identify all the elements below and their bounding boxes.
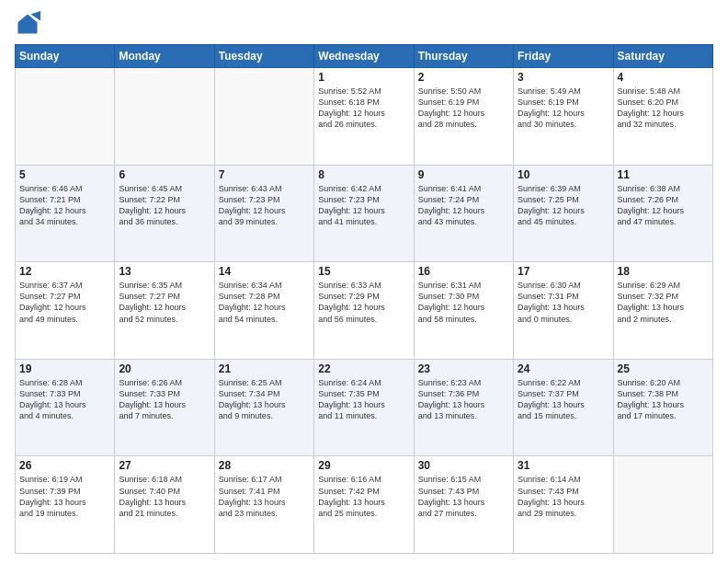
- day-number: 10: [518, 168, 609, 181]
- calendar-cell: 11Sunrise: 6:38 AM Sunset: 7:26 PM Dayli…: [613, 165, 712, 262]
- cell-content: Sunrise: 6:24 AM Sunset: 7:35 PM Dayligh…: [318, 377, 409, 422]
- calendar-cell: 6Sunrise: 6:45 AM Sunset: 7:22 PM Daylig…: [115, 165, 214, 262]
- calendar-cell: 17Sunrise: 6:30 AM Sunset: 7:31 PM Dayli…: [514, 262, 613, 360]
- cell-content: Sunrise: 6:39 AM Sunset: 7:25 PM Dayligh…: [518, 183, 609, 228]
- cell-content: Sunrise: 6:41 AM Sunset: 7:24 PM Dayligh…: [418, 183, 509, 228]
- calendar-header-monday: Monday: [115, 45, 214, 68]
- day-number: 1: [318, 71, 409, 84]
- day-number: 29: [318, 459, 409, 472]
- day-number: 30: [418, 459, 509, 472]
- calendar-cell: 1Sunrise: 5:52 AM Sunset: 6:18 PM Daylig…: [314, 68, 414, 166]
- calendar-cell: 20Sunrise: 6:26 AM Sunset: 7:33 PM Dayli…: [115, 359, 214, 456]
- cell-content: Sunrise: 6:25 AM Sunset: 7:34 PM Dayligh…: [219, 377, 310, 422]
- day-number: 7: [219, 168, 310, 181]
- calendar-cell: 29Sunrise: 6:16 AM Sunset: 7:42 PM Dayli…: [314, 456, 414, 554]
- calendar-header-friday: Friday: [514, 45, 613, 68]
- calendar-cell: 22Sunrise: 6:24 AM Sunset: 7:35 PM Dayli…: [314, 359, 414, 456]
- cell-content: Sunrise: 6:46 AM Sunset: 7:21 PM Dayligh…: [19, 183, 110, 228]
- cell-content: Sunrise: 6:33 AM Sunset: 7:29 PM Dayligh…: [318, 280, 409, 325]
- calendar-cell: 31Sunrise: 6:14 AM Sunset: 7:43 PM Dayli…: [514, 456, 613, 554]
- calendar-header-saturday: Saturday: [613, 45, 712, 68]
- cell-content: Sunrise: 6:20 AM Sunset: 7:38 PM Dayligh…: [618, 377, 709, 422]
- calendar-cell: 24Sunrise: 6:22 AM Sunset: 7:37 PM Dayli…: [514, 359, 613, 456]
- calendar-header-wednesday: Wednesday: [314, 45, 414, 68]
- day-number: 27: [119, 459, 210, 472]
- calendar-cell: 4Sunrise: 5:48 AM Sunset: 6:20 PM Daylig…: [613, 68, 712, 166]
- calendar-cell: [214, 68, 313, 166]
- calendar-week-row: 12Sunrise: 6:37 AM Sunset: 7:27 PM Dayli…: [16, 262, 713, 360]
- day-number: 21: [219, 362, 310, 375]
- calendar-cell: 7Sunrise: 6:43 AM Sunset: 7:23 PM Daylig…: [214, 165, 313, 262]
- calendar-cell: 18Sunrise: 6:29 AM Sunset: 7:32 PM Dayli…: [613, 262, 712, 360]
- cell-content: Sunrise: 6:26 AM Sunset: 7:33 PM Dayligh…: [119, 377, 210, 422]
- calendar-cell: 28Sunrise: 6:17 AM Sunset: 7:41 PM Dayli…: [214, 456, 313, 554]
- calendar-cell: [115, 68, 214, 166]
- day-number: 25: [618, 362, 709, 375]
- day-number: 22: [318, 362, 409, 375]
- logo-icon: [15, 11, 40, 37]
- day-number: 16: [418, 265, 509, 278]
- day-number: 12: [19, 265, 110, 278]
- calendar-cell: [613, 456, 712, 554]
- cell-content: Sunrise: 6:16 AM Sunset: 7:42 PM Dayligh…: [318, 474, 409, 519]
- calendar-cell: 23Sunrise: 6:23 AM Sunset: 7:36 PM Dayli…: [414, 359, 513, 456]
- cell-content: Sunrise: 6:22 AM Sunset: 7:37 PM Dayligh…: [518, 377, 609, 422]
- cell-content: Sunrise: 6:42 AM Sunset: 7:23 PM Dayligh…: [318, 183, 409, 228]
- day-number: 17: [518, 265, 609, 278]
- day-number: 9: [418, 168, 509, 181]
- cell-content: Sunrise: 6:37 AM Sunset: 7:27 PM Dayligh…: [19, 280, 110, 325]
- day-number: 14: [219, 265, 310, 278]
- calendar-header-row: SundayMondayTuesdayWednesdayThursdayFrid…: [16, 45, 713, 68]
- cell-content: Sunrise: 6:43 AM Sunset: 7:23 PM Dayligh…: [219, 183, 310, 228]
- calendar-header-sunday: Sunday: [16, 45, 115, 68]
- day-number: 11: [618, 168, 709, 181]
- page: SundayMondayTuesdayWednesdayThursdayFrid…: [0, 0, 728, 563]
- calendar-week-row: 5Sunrise: 6:46 AM Sunset: 7:21 PM Daylig…: [16, 165, 713, 262]
- day-number: 3: [518, 71, 609, 84]
- day-number: 31: [518, 459, 609, 472]
- cell-content: Sunrise: 6:23 AM Sunset: 7:36 PM Dayligh…: [418, 377, 509, 422]
- calendar-cell: 10Sunrise: 6:39 AM Sunset: 7:25 PM Dayli…: [514, 165, 613, 262]
- header: [15, 11, 713, 37]
- cell-content: Sunrise: 6:18 AM Sunset: 7:40 PM Dayligh…: [119, 474, 210, 519]
- calendar-cell: 12Sunrise: 6:37 AM Sunset: 7:27 PM Dayli…: [16, 262, 115, 360]
- calendar-cell: 13Sunrise: 6:35 AM Sunset: 7:27 PM Dayli…: [115, 262, 214, 360]
- calendar-cell: 5Sunrise: 6:46 AM Sunset: 7:21 PM Daylig…: [16, 165, 115, 262]
- calendar-cell: 14Sunrise: 6:34 AM Sunset: 7:28 PM Dayli…: [214, 262, 313, 360]
- day-number: 4: [618, 71, 709, 84]
- cell-content: Sunrise: 5:52 AM Sunset: 6:18 PM Dayligh…: [318, 86, 409, 131]
- calendar-cell: 19Sunrise: 6:28 AM Sunset: 7:33 PM Dayli…: [16, 359, 115, 456]
- day-number: 8: [318, 168, 409, 181]
- day-number: 24: [518, 362, 609, 375]
- cell-content: Sunrise: 5:50 AM Sunset: 6:19 PM Dayligh…: [418, 86, 509, 131]
- cell-content: Sunrise: 6:14 AM Sunset: 7:43 PM Dayligh…: [518, 474, 609, 519]
- calendar-cell: 2Sunrise: 5:50 AM Sunset: 6:19 PM Daylig…: [414, 68, 513, 166]
- calendar-header-thursday: Thursday: [414, 45, 513, 68]
- cell-content: Sunrise: 5:49 AM Sunset: 6:19 PM Dayligh…: [518, 86, 609, 131]
- cell-content: Sunrise: 6:31 AM Sunset: 7:30 PM Dayligh…: [418, 280, 509, 325]
- calendar-table: SundayMondayTuesdayWednesdayThursdayFrid…: [15, 44, 713, 554]
- cell-content: Sunrise: 5:48 AM Sunset: 6:20 PM Dayligh…: [618, 86, 709, 131]
- day-number: 2: [418, 71, 509, 84]
- calendar-cell: 8Sunrise: 6:42 AM Sunset: 7:23 PM Daylig…: [314, 165, 414, 262]
- calendar-cell: [16, 68, 115, 166]
- cell-content: Sunrise: 6:35 AM Sunset: 7:27 PM Dayligh…: [119, 280, 210, 325]
- calendar-cell: 27Sunrise: 6:18 AM Sunset: 7:40 PM Dayli…: [115, 456, 214, 554]
- day-number: 23: [418, 362, 509, 375]
- calendar-header-tuesday: Tuesday: [214, 45, 313, 68]
- calendar-cell: 3Sunrise: 5:49 AM Sunset: 6:19 PM Daylig…: [514, 68, 613, 166]
- cell-content: Sunrise: 6:45 AM Sunset: 7:22 PM Dayligh…: [119, 183, 210, 228]
- day-number: 13: [119, 265, 210, 278]
- cell-content: Sunrise: 6:38 AM Sunset: 7:26 PM Dayligh…: [618, 183, 709, 228]
- calendar-cell: 9Sunrise: 6:41 AM Sunset: 7:24 PM Daylig…: [414, 165, 513, 262]
- cell-content: Sunrise: 6:30 AM Sunset: 7:31 PM Dayligh…: [518, 280, 609, 325]
- logo: [15, 11, 44, 37]
- cell-content: Sunrise: 6:34 AM Sunset: 7:28 PM Dayligh…: [219, 280, 310, 325]
- calendar-cell: 21Sunrise: 6:25 AM Sunset: 7:34 PM Dayli…: [214, 359, 313, 456]
- calendar-week-row: 26Sunrise: 6:19 AM Sunset: 7:39 PM Dayli…: [16, 456, 713, 554]
- cell-content: Sunrise: 6:15 AM Sunset: 7:43 PM Dayligh…: [418, 474, 509, 519]
- day-number: 26: [19, 459, 110, 472]
- svg-marker-0: [18, 15, 38, 34]
- calendar-cell: 26Sunrise: 6:19 AM Sunset: 7:39 PM Dayli…: [16, 456, 115, 554]
- cell-content: Sunrise: 6:19 AM Sunset: 7:39 PM Dayligh…: [19, 474, 110, 519]
